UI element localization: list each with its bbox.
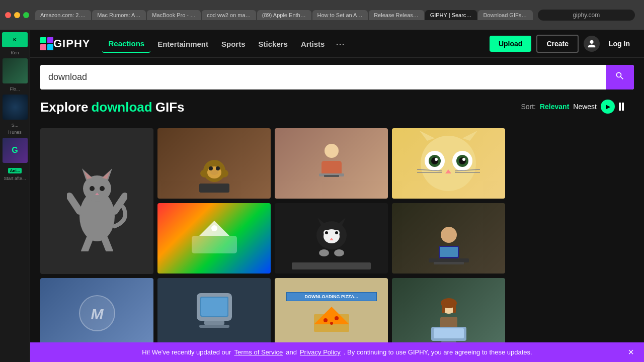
privacy-link[interactable]: Privacy Policy xyxy=(300,348,341,356)
title-row: Explore download GIFs Sort: Relevant New… xyxy=(40,100,634,122)
nav-reactions[interactable]: Reactions xyxy=(102,35,150,53)
keyboard-art-svg xyxy=(189,218,239,258)
downloading-pizza-text: DOWNLOADING PIZZA... xyxy=(286,292,377,301)
user-icon[interactable] xyxy=(584,36,600,52)
svg-line-12 xyxy=(105,239,110,251)
gif-motorola[interactable]: M 1999 xyxy=(40,278,153,348)
person-laptop-svg xyxy=(309,141,354,186)
gif-grid: M 1999 xyxy=(40,128,634,348)
gif-pizza-download[interactable]: DOWNLOADING PIZZA... xyxy=(275,278,388,348)
nav-more-icon[interactable]: ⋯ xyxy=(332,36,349,51)
svg-rect-57 xyxy=(429,258,469,262)
animate-badge: Ani... xyxy=(8,168,22,173)
search-button[interactable] xyxy=(606,65,634,89)
search-input[interactable] xyxy=(40,65,606,89)
upload-button[interactable]: Upload xyxy=(490,36,531,52)
window-controls xyxy=(5,12,29,18)
cookie-banner: Hi! We've recently updated our Terms of … xyxy=(30,342,644,362)
svg-point-71 xyxy=(335,316,339,320)
svg-point-7 xyxy=(100,186,105,191)
close-button[interactable] xyxy=(5,12,11,18)
sidebar-item-thumb-1[interactable] xyxy=(3,58,28,83)
svg-marker-35 xyxy=(462,131,477,141)
sort-relevant[interactable]: Relevant xyxy=(540,103,569,111)
svg-point-53 xyxy=(319,249,329,256)
tab-release[interactable]: Release Release... xyxy=(369,10,424,20)
svg-rect-66 xyxy=(204,321,224,325)
search-area xyxy=(30,58,644,95)
old-computer-svg xyxy=(189,288,239,338)
nav-artists[interactable]: Artists xyxy=(295,36,331,52)
svg-line-11 xyxy=(85,239,90,251)
sidebar-item-thumb-3[interactable]: G xyxy=(3,138,28,163)
gif-monkey-desk[interactable] xyxy=(157,128,271,199)
sidebar-label-flo: Flo... xyxy=(0,85,30,93)
gif-man-desk[interactable] xyxy=(392,203,505,274)
svg-rect-79 xyxy=(434,328,464,338)
login-button[interactable]: Log In xyxy=(605,38,634,50)
woman-computer-svg xyxy=(426,296,471,346)
gif-old-computer[interactable] xyxy=(157,278,271,348)
tab-howto[interactable]: How to Set an An... xyxy=(312,10,368,20)
tab-macrumors[interactable]: Mac Rumors: Ap... xyxy=(92,10,146,20)
tab-apple[interactable]: (89) Apple Enthu... xyxy=(257,10,311,20)
pause-bar-1 xyxy=(619,103,621,111)
explore-prefix: Explore xyxy=(40,100,88,115)
gif-cat-typing[interactable] xyxy=(275,203,388,274)
maximize-button[interactable] xyxy=(23,12,29,18)
svg-rect-60 xyxy=(440,247,458,257)
svg-point-19 xyxy=(210,170,218,175)
header-actions: Upload Create Log In xyxy=(490,35,634,53)
cookie-text-after: . By continuing to use GIPHY, you are ag… xyxy=(344,348,532,356)
svg-rect-67 xyxy=(199,325,229,328)
svg-point-33 xyxy=(462,158,465,161)
svg-point-43 xyxy=(211,225,217,231)
sidebar-label-s: S... xyxy=(0,122,30,129)
tab-amazon[interactable]: Amazon.com: 2.5... xyxy=(35,10,91,20)
svg-point-55 xyxy=(441,227,457,243)
gif-cartoon-cat[interactable] xyxy=(392,128,505,199)
sort-bar: Sort: Relevant Newest ▶ xyxy=(521,100,624,114)
minimize-button[interactable] xyxy=(14,12,20,18)
svg-point-51 xyxy=(335,231,338,234)
gif-dancing-cat[interactable] xyxy=(40,128,153,274)
svg-line-9 xyxy=(69,196,79,211)
sidebar-item-thumb-2[interactable] xyxy=(3,95,28,120)
nav-stickers[interactable]: Stickers xyxy=(253,36,294,52)
nav-sports[interactable]: Sports xyxy=(215,36,252,52)
sidebar-label-itunes: iTunes xyxy=(0,129,30,136)
logo-text: GIPHY xyxy=(53,37,90,50)
svg-point-32 xyxy=(435,158,438,161)
tab-macbookpro[interactable]: MacBook Pro - T... xyxy=(147,10,201,20)
svg-marker-34 xyxy=(420,131,435,141)
giphy-logo[interactable]: GIPHY xyxy=(40,37,90,50)
tab-codww2[interactable]: cod ww2 on mac... xyxy=(202,10,256,20)
tab-download[interactable]: Download GIFs -... xyxy=(478,10,532,20)
gif-woman-computer[interactable] xyxy=(392,278,505,348)
svg-rect-75 xyxy=(442,303,445,313)
svg-rect-41 xyxy=(192,236,237,253)
create-button[interactable]: Create xyxy=(536,35,579,53)
gif-colorful-keyboard[interactable] xyxy=(157,203,271,274)
browser-chrome: Amazon.com: 2.5... Mac Rumors: Ap... Mac… xyxy=(0,0,644,30)
cartoon-cat-svg xyxy=(392,128,505,199)
pizza-svg xyxy=(311,304,352,334)
tab-giphy[interactable]: GIPHY | Search... xyxy=(425,10,477,20)
cookie-text-middle: and xyxy=(286,348,297,356)
sidebar-green-item[interactable]: K xyxy=(2,32,28,47)
cookie-close-button[interactable]: × xyxy=(628,346,634,358)
address-bar[interactable]: giphy.com xyxy=(538,10,635,21)
pause-button[interactable] xyxy=(619,103,624,111)
left-sidebar: K Ken Flo... S... iTunes G Ani... Start … xyxy=(0,30,30,362)
nav-entertainment[interactable]: Entertainment xyxy=(151,36,214,52)
svg-point-50 xyxy=(325,231,328,234)
gif-person-laptop[interactable] xyxy=(275,128,388,199)
explore-title: Explore download GIFs xyxy=(40,100,185,115)
play-button[interactable]: ▶ xyxy=(601,100,615,114)
sort-newest[interactable]: Newest xyxy=(573,103,597,111)
tabs-bar: Amazon.com: 2.5... Mac Rumors: Ap... Mac… xyxy=(35,10,639,21)
tos-link[interactable]: Terms of Service xyxy=(234,348,283,356)
svg-point-54 xyxy=(334,249,344,256)
svg-text:M: M xyxy=(91,306,104,322)
logo-icon xyxy=(40,37,53,50)
